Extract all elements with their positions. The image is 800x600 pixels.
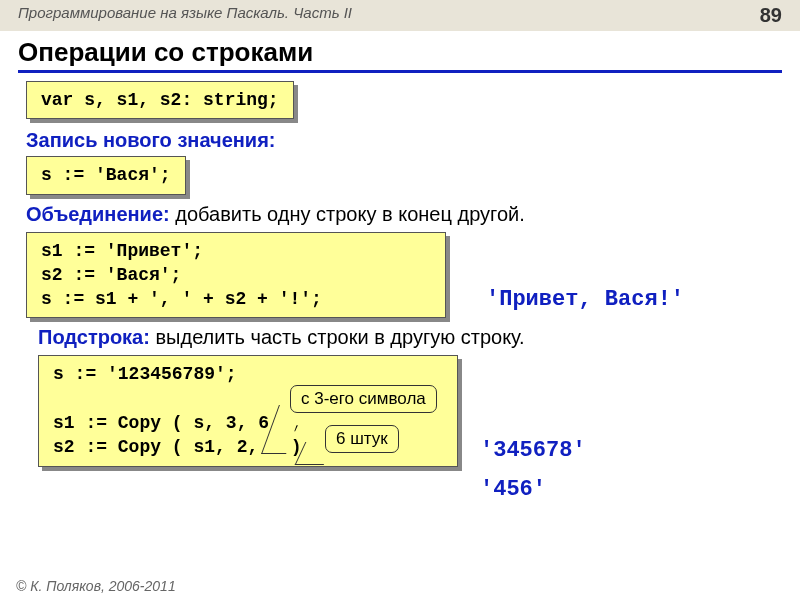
code-concat: s1 := 'Привет'; s2 := 'Вася'; s := s1 + … <box>26 232 446 319</box>
heading-assign: Запись нового значения: <box>26 129 774 152</box>
heading-substring: Подстрока: выделить часть строки в другу… <box>38 326 774 349</box>
callout-from-3rd: с 3-его символа <box>290 385 437 413</box>
slide-header: Программирование на языке Паскаль. Часть… <box>0 0 800 31</box>
heading-concat: Объединение: добавить одну строку в коне… <box>26 203 774 226</box>
sub-result-2: '456' <box>480 477 586 502</box>
concat-row: s1 := 'Привет'; s2 := 'Вася'; s := s1 + … <box>26 232 774 319</box>
sub-label: Подстрока: <box>38 326 150 348</box>
code-assign: s := 'Вася'; <box>26 156 186 194</box>
concat-label: Объединение: <box>26 203 170 225</box>
substring-results: '345678' '456' <box>480 438 586 502</box>
copyright: © К. Поляков, 2006-2011 <box>16 578 176 594</box>
course-title: Программирование на языке Паскаль. Часть… <box>18 4 352 27</box>
page-number: 89 <box>760 4 782 27</box>
code-var-declare: var s, s1, s2: string; <box>26 81 294 119</box>
concat-desc: добавить одну строку в конец другой. <box>170 203 525 225</box>
sub-result-1: '345678' <box>480 438 586 463</box>
callout-6-chars: 6 штук <box>325 425 399 453</box>
concat-result: 'Привет, Вася!' <box>486 287 684 312</box>
slide-content: var s, s1, s2: string; Запись нового зна… <box>0 75 800 473</box>
slide-title: Операции со строками <box>18 37 782 73</box>
sub-desc: выделить часть строки в другую строку. <box>150 326 525 348</box>
